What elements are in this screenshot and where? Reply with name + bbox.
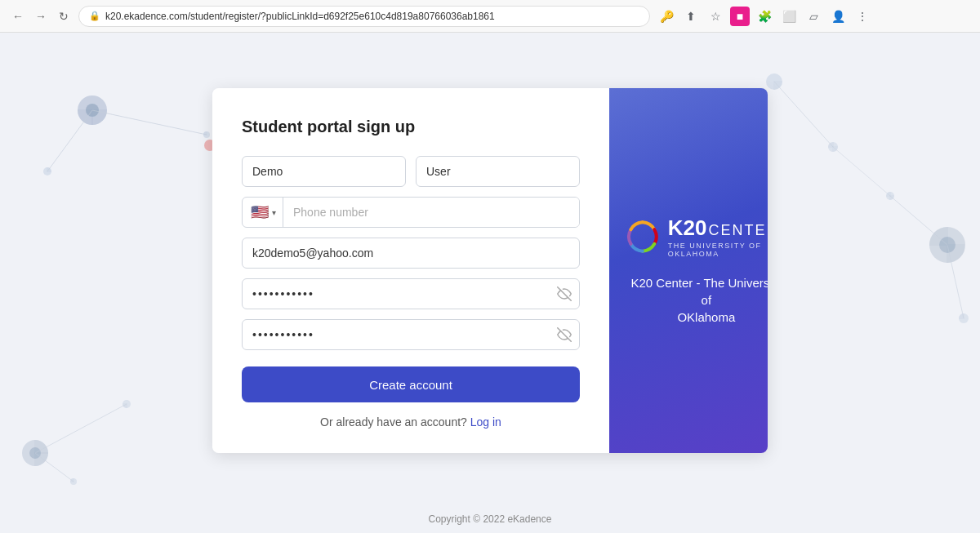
login-prompt: Or already have an account? Log in (242, 415, 580, 429)
confirm-password-input[interactable] (242, 319, 580, 350)
form-panel: Student portal sign up 🇺🇸 ▾ (212, 88, 609, 453)
login-link[interactable]: Log in (470, 415, 501, 429)
brand-tagline-line2: OKlahoma (677, 310, 735, 324)
k20-text: K20 CENTER THE UNIVERSITY OF OKLAHOMA (668, 215, 768, 258)
forward-button[interactable]: → (33, 8, 49, 24)
email-row (242, 238, 580, 269)
k20-circle-logo (626, 215, 660, 258)
address-bar[interactable]: 🔒 k20.ekadence.com/student/register/?pub… (78, 6, 650, 27)
browser-actions: 🔑 ⬆ ☆ ■ 🧩 ⬜ ▱ 👤 ⋮ (657, 7, 872, 26)
password-wrapper (242, 278, 580, 309)
password-eye-toggle[interactable] (557, 286, 572, 301)
password-input[interactable] (242, 278, 580, 309)
k20-logo: K20 CENTER THE UNIVERSITY OF OKLAHOMA (626, 215, 768, 258)
browser-chrome: ← → ↻ 🔒 k20.ekadence.com/student/registe… (0, 0, 980, 33)
phone-flag-selector[interactable]: 🇺🇸 ▾ (243, 198, 283, 227)
signup-card: Student portal sign up 🇺🇸 ▾ (212, 88, 768, 453)
profile-btn[interactable]: 👤 (828, 7, 848, 26)
url-text: k20.ekadence.com/student/register/?publi… (105, 11, 495, 22)
email-input[interactable] (242, 238, 580, 269)
star-btn[interactable]: ☆ (706, 7, 725, 26)
menu-btn[interactable]: ⋮ (853, 7, 872, 26)
k20-center-label: CENTER (708, 222, 768, 239)
share-btn[interactable]: ⬆ (681, 7, 701, 26)
confirm-password-wrapper (242, 319, 580, 350)
copyright-text: Copyright © 2022 eKadence (429, 513, 552, 525)
confirm-password-eye-toggle[interactable] (557, 327, 572, 342)
extension-active-btn[interactable]: ■ (730, 7, 750, 26)
us-flag-icon: 🇺🇸 (251, 205, 269, 220)
footer: Copyright © 2022 eKadence (0, 513, 980, 525)
k20-subtitle: THE UNIVERSITY OF OKLAHOMA (668, 242, 768, 258)
phone-row: 🇺🇸 ▾ (242, 197, 580, 228)
name-row (242, 156, 580, 187)
puzzle-btn[interactable]: 🧩 (755, 7, 774, 26)
lock-icon: 🔒 (89, 11, 100, 21)
brand-panel: K20 CENTER THE UNIVERSITY OF OKLAHOMA K2… (609, 88, 768, 453)
phone-input[interactable] (283, 198, 579, 227)
create-account-button[interactable]: Create account (242, 366, 580, 402)
cast-btn[interactable]: ⬜ (779, 7, 799, 26)
form-title: Student portal sign up (242, 118, 580, 136)
sidebar-btn[interactable]: ▱ (804, 7, 823, 26)
login-prompt-text: Or already have an account? (320, 415, 467, 429)
brand-tagline: K20 Center - The University of OKlahoma (626, 274, 768, 326)
back-button[interactable]: ← (10, 8, 26, 24)
first-name-input[interactable] (242, 156, 406, 187)
k20-brand-name: K20 (668, 215, 707, 241)
flag-chevron-icon: ▾ (272, 208, 276, 217)
brand-tagline-line1: K20 Center - The University of (630, 276, 768, 307)
page-content: Student portal sign up 🇺🇸 ▾ (0, 33, 980, 533)
key-icon-btn[interactable]: 🔑 (657, 7, 676, 26)
refresh-button[interactable]: ↻ (56, 8, 72, 24)
last-name-input[interactable] (416, 156, 580, 187)
